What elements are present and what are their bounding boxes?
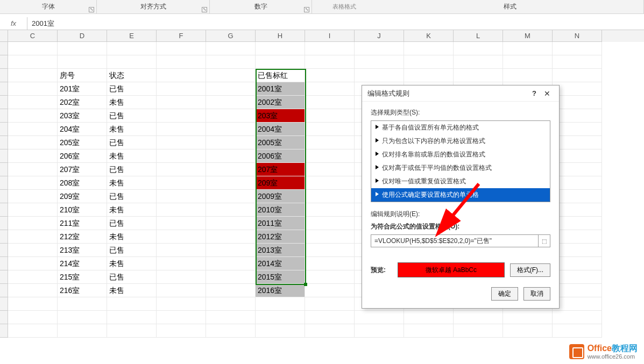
cell[interactable] [503,324,553,338]
column-header[interactable]: L [454,30,503,42]
cell[interactable] [355,324,404,338]
cell[interactable] [157,257,206,270]
cell[interactable]: 已售 [107,163,157,176]
cell[interactable]: 状态 [107,69,157,82]
cell[interactable] [157,42,206,55]
cell[interactable] [305,217,355,230]
cell[interactable] [305,69,355,82]
cell[interactable] [58,311,107,324]
cell[interactable] [8,109,58,123]
column-header[interactable]: F [157,30,206,42]
cell[interactable] [206,163,256,176]
cell[interactable] [8,270,58,284]
cell[interactable]: 未售 [107,176,157,190]
cell[interactable] [206,190,256,203]
cell[interactable] [454,324,503,338]
cell[interactable] [107,297,157,311]
cell[interactable] [503,69,553,82]
row-header[interactable] [0,217,8,230]
cell[interactable]: 215室 [58,270,107,284]
cell[interactable] [355,69,404,82]
column-header[interactable]: C [8,30,58,42]
row-header[interactable] [0,123,8,136]
cell[interactable] [404,42,454,55]
range-selector-icon[interactable]: ⬚ [538,235,550,247]
cell[interactable] [157,136,206,149]
cell[interactable] [206,284,256,297]
cell[interactable] [256,324,305,338]
cell[interactable] [305,96,355,109]
cell[interactable] [305,149,355,163]
cell[interactable] [8,311,58,324]
cell[interactable]: 未售 [107,123,157,136]
cell[interactable] [8,284,58,297]
cell[interactable] [553,176,602,190]
cell[interactable]: 207室 [58,163,107,176]
cell[interactable] [58,324,107,338]
cell[interactable] [157,284,206,297]
cell[interactable] [305,123,355,136]
column-header[interactable]: M [503,30,553,42]
cell[interactable] [206,311,256,324]
dialog-titlebar[interactable]: 编辑格式规则 ? ✕ [362,85,559,102]
cell[interactable] [157,176,206,190]
cell[interactable] [355,55,404,69]
row-header[interactable] [0,311,8,324]
cell[interactable]: 已售 [107,217,157,230]
cell[interactable] [503,311,553,324]
cell[interactable]: 2005室 [256,136,305,149]
cell[interactable] [157,324,206,338]
formula-input[interactable]: 2001室 [27,18,644,30]
cell[interactable] [305,297,355,311]
cell[interactable] [206,270,256,284]
cell[interactable] [553,270,602,284]
cell[interactable] [454,42,503,55]
cell[interactable]: 210室 [58,203,107,217]
cell[interactable] [206,324,256,338]
cell[interactable]: 214室 [58,257,107,270]
cell[interactable] [8,217,58,230]
cell[interactable] [206,136,256,149]
row-header[interactable] [0,42,8,55]
cell[interactable]: 未售 [107,96,157,109]
cell[interactable] [8,42,58,55]
cell[interactable] [553,324,602,338]
cell[interactable] [305,244,355,257]
rule-type-option[interactable]: 仅对排名靠前或靠后的数值设置格式 [371,148,550,161]
cell[interactable]: 202室 [58,96,107,109]
cell[interactable] [157,270,206,284]
cell[interactable] [404,311,454,324]
cell[interactable] [305,324,355,338]
cell[interactable] [8,69,58,82]
cell[interactable]: 2004室 [256,123,305,136]
cell[interactable] [454,55,503,69]
cell[interactable]: 未售 [107,284,157,297]
row-header[interactable] [0,82,8,96]
cell[interactable] [206,230,256,244]
cell[interactable]: 未售 [107,149,157,163]
cell[interactable]: 2013室 [256,244,305,257]
cell[interactable]: 212室 [58,230,107,244]
cell[interactable] [206,257,256,270]
cell[interactable] [8,136,58,149]
cell[interactable] [553,190,602,203]
cell[interactable]: 204室 [58,123,107,136]
row-header[interactable] [0,69,8,82]
row-header[interactable] [0,230,8,244]
cell[interactable] [206,96,256,109]
cell[interactable]: 211室 [58,217,107,230]
cell[interactable]: 2006室 [256,149,305,163]
cell[interactable] [157,297,206,311]
cell[interactable]: 已售 [107,270,157,284]
row-header[interactable] [0,244,8,257]
cell[interactable] [256,297,305,311]
cell[interactable] [157,69,206,82]
cell[interactable] [157,96,206,109]
column-header[interactable]: E [107,30,157,42]
cell[interactable] [553,244,602,257]
cell[interactable] [206,149,256,163]
row-header[interactable] [0,136,8,149]
cell[interactable]: 209室 [58,190,107,203]
cell[interactable] [256,42,305,55]
cell[interactable] [553,149,602,163]
